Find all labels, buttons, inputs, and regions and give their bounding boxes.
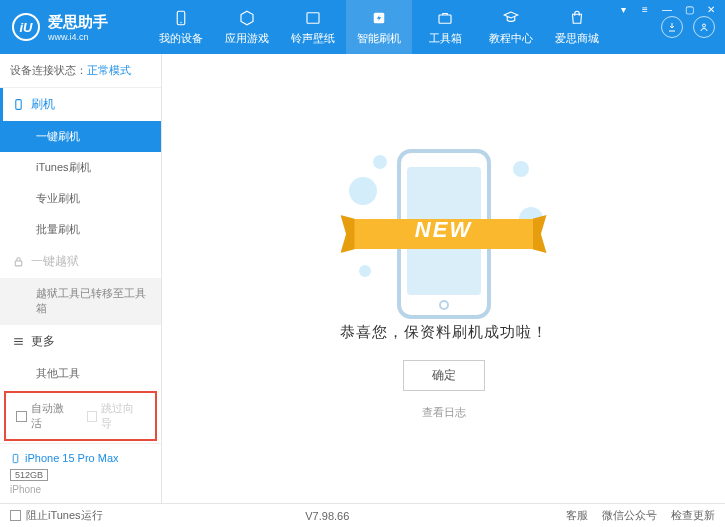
sidebar-cat-jailbreak: 一键越狱 — [0, 245, 161, 278]
svg-rect-2 — [307, 12, 319, 23]
footer-support[interactable]: 客服 — [566, 508, 588, 523]
nav-my-device[interactable]: 我的设备 — [148, 0, 214, 54]
nav-store[interactable]: 爱思商城 — [544, 0, 610, 54]
sidebar-cat-more[interactable]: 更多 — [0, 325, 161, 358]
list-icon[interactable]: ≡ — [637, 2, 653, 16]
sidebar-jailbreak-note[interactable]: 越狱工具已转移至工具箱 — [0, 278, 161, 325]
sidebar: 设备连接状态：正常模式 刷机 一键刷机 iTunes刷机 专业刷机 批量刷机 一… — [0, 54, 162, 503]
logo-subtitle: www.i4.cn — [48, 32, 108, 42]
sidebar-item-batch-flash[interactable]: 批量刷机 — [0, 214, 161, 245]
main-nav: 我的设备 应用游戏 铃声壁纸 智能刷机 工具箱 教程中心 爱思商城 — [148, 0, 610, 54]
flash-icon — [370, 9, 388, 27]
svg-rect-6 — [16, 100, 21, 110]
toolbox-icon — [436, 9, 454, 27]
logo-icon: iU — [12, 13, 40, 41]
ok-button[interactable]: 确定 — [403, 360, 485, 391]
sidebar-item-pro-flash[interactable]: 专业刷机 — [0, 183, 161, 214]
footer-update[interactable]: 检查更新 — [671, 508, 715, 523]
menu-icon[interactable]: ▾ — [615, 2, 631, 16]
close-icon[interactable]: ✕ — [703, 2, 719, 16]
download-icon — [666, 21, 678, 33]
minimize-icon[interactable]: — — [659, 2, 675, 16]
logo-title: 爱思助手 — [48, 13, 108, 32]
main-content: NEW 恭喜您，保资料刷机成功啦！ 确定 查看日志 — [162, 54, 725, 503]
more-icon — [12, 335, 25, 348]
block-itunes-checkbox[interactable]: 阻止iTunes运行 — [10, 508, 103, 523]
device-storage-badge: 512GB — [10, 469, 48, 481]
sidebar-item-other-tools[interactable]: 其他工具 — [0, 358, 161, 389]
phone-icon — [12, 98, 25, 111]
success-illustration: NEW — [339, 137, 549, 307]
new-ribbon: NEW — [349, 217, 539, 243]
device-type-label: iPhone — [10, 484, 151, 495]
user-icon — [698, 21, 710, 33]
sidebar-cat-flash[interactable]: 刷机 — [0, 88, 161, 121]
svg-point-5 — [703, 24, 706, 27]
svg-rect-8 — [13, 454, 18, 462]
phone-small-icon — [10, 453, 21, 464]
nav-tutorials[interactable]: 教程中心 — [478, 0, 544, 54]
svg-rect-4 — [439, 15, 451, 23]
nav-ringtones[interactable]: 铃声壁纸 — [280, 0, 346, 54]
nav-toolbox[interactable]: 工具箱 — [412, 0, 478, 54]
apps-icon — [238, 9, 256, 27]
wallpaper-icon — [304, 9, 322, 27]
lock-icon — [12, 255, 25, 268]
view-log-link[interactable]: 查看日志 — [422, 405, 466, 420]
skip-setup-checkbox: 跳过向导 — [87, 401, 146, 431]
version-label: V7.98.66 — [305, 510, 349, 522]
success-message: 恭喜您，保资料刷机成功啦！ — [340, 323, 548, 342]
svg-rect-7 — [15, 261, 22, 266]
maximize-icon[interactable]: ▢ — [681, 2, 697, 16]
footer-wechat[interactable]: 微信公众号 — [602, 508, 657, 523]
device-icon — [172, 9, 190, 27]
flash-options-box: 自动激活 跳过向导 — [4, 391, 157, 441]
device-status: 设备连接状态：正常模式 — [0, 54, 161, 88]
tutorial-icon — [502, 9, 520, 27]
logo: iU 爱思助手 www.i4.cn — [0, 13, 148, 42]
auto-activate-checkbox[interactable]: 自动激活 — [16, 401, 75, 431]
download-button[interactable] — [661, 16, 683, 38]
sidebar-item-itunes-flash[interactable]: iTunes刷机 — [0, 152, 161, 183]
nav-flash[interactable]: 智能刷机 — [346, 0, 412, 54]
status-bar: 阻止iTunes运行 V7.98.66 客服 微信公众号 检查更新 — [0, 503, 725, 527]
svg-point-1 — [180, 21, 182, 23]
user-button[interactable] — [693, 16, 715, 38]
nav-apps[interactable]: 应用游戏 — [214, 0, 280, 54]
sidebar-item-onekey-flash[interactable]: 一键刷机 — [0, 121, 161, 152]
store-icon — [568, 9, 586, 27]
device-info[interactable]: iPhone 15 Pro Max 512GB iPhone — [0, 443, 161, 503]
